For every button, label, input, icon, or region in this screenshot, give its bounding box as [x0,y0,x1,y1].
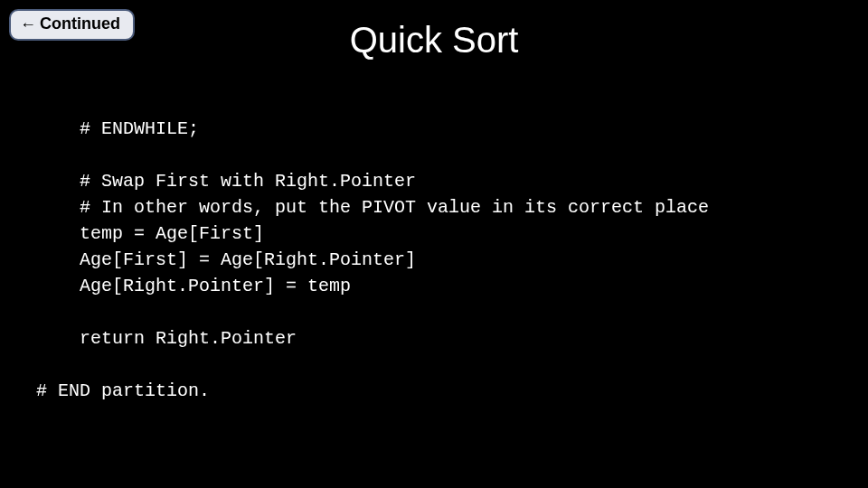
page-title: Quick Sort [0,20,868,61]
code-block: # ENDWHILE; # Swap First with Right.Poin… [36,116,832,404]
slide: ← Continued Quick Sort # ENDWHILE; # Swa… [0,0,868,488]
